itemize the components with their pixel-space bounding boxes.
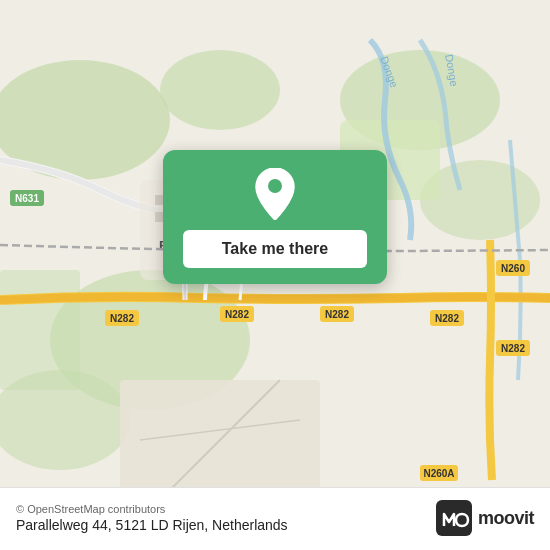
svg-point-36 — [268, 179, 282, 193]
address-text: Parallelweg 44, 5121 LD Rijen, Netherlan… — [16, 517, 288, 533]
svg-text:N282: N282 — [325, 309, 349, 320]
svg-point-1 — [160, 50, 280, 130]
bottom-left: © OpenStreetMap contributors Parallelweg… — [16, 503, 288, 533]
location-pin-icon — [252, 168, 298, 220]
copyright-text: © OpenStreetMap contributors — [16, 503, 288, 515]
take-me-there-button[interactable]: Take me there — [183, 230, 367, 268]
bottom-bar: © OpenStreetMap contributors Parallelweg… — [0, 487, 550, 550]
svg-text:N282: N282 — [225, 309, 249, 320]
moovit-wordmark: moovit — [478, 508, 534, 529]
svg-text:N282: N282 — [435, 313, 459, 324]
svg-text:N282: N282 — [501, 343, 525, 354]
moovit-logo: moovit — [436, 500, 534, 536]
svg-text:N260: N260 — [501, 263, 525, 274]
map-container: N631 N282 N282 N282 N282 N260 N282 N260A — [0, 0, 550, 550]
svg-text:N260A: N260A — [423, 468, 454, 479]
svg-text:N631: N631 — [15, 193, 39, 204]
popup-card: Take me there — [163, 150, 387, 284]
moovit-icon — [436, 500, 472, 536]
pin-icon-wrapper — [249, 168, 301, 220]
svg-text:N282: N282 — [110, 313, 134, 324]
svg-rect-7 — [0, 270, 80, 390]
